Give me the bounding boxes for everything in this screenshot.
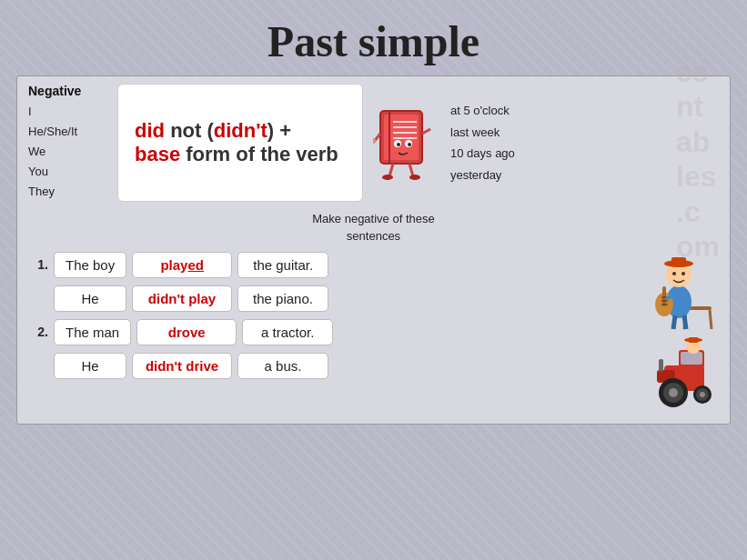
formula-box: did not (didn't) + base form of the verb — [117, 84, 363, 202]
book-character — [370, 84, 434, 202]
formula-did: did — [135, 119, 165, 142]
svg-point-26 — [681, 272, 685, 275]
s1-verb: played — [132, 252, 232, 278]
pronoun-you: You — [28, 162, 110, 182]
svg-point-25 — [672, 272, 676, 275]
time-expr-2: last week — [450, 122, 515, 143]
s1-neg-object: the piano. — [237, 285, 328, 312]
sentence-2-number: 2. — [28, 325, 48, 339]
svg-line-12 — [422, 129, 430, 134]
time-expr-1: at 5 o'clock — [450, 100, 515, 121]
pronoun-we: We — [28, 142, 110, 162]
pronoun-i: I — [28, 102, 110, 122]
formula-not-part: not ( — [170, 119, 214, 142]
s1-object: the guitar. — [237, 252, 328, 278]
svg-rect-39 — [659, 359, 663, 372]
svg-rect-24 — [671, 257, 686, 266]
svg-line-34 — [684, 315, 686, 329]
illustrations-col — [628, 252, 719, 415]
formula-rest: form of the verb — [186, 143, 338, 165]
sentence-1-number: 1. — [28, 257, 48, 272]
sentence-2-positive: 2. The man drove a tractor. — [28, 319, 619, 345]
s2-neg-verb: didn't drive — [132, 353, 232, 379]
guitar-player-svg — [639, 252, 719, 334]
negative-label: Negative — [28, 84, 110, 98]
sentence-2-negative: He didn't drive a bus. — [28, 353, 619, 379]
pronouns-col: Negative I He/She/It We You They — [28, 84, 110, 202]
exercise-section: Make negative of these sentences 1. The … — [28, 211, 719, 414]
svg-line-33 — [673, 315, 675, 329]
sentences-col: 1. The boy played the guitar. He didn't … — [28, 252, 619, 415]
exercise-instruction: Make negative of these sentences — [28, 211, 719, 244]
s2-subject: The man — [54, 319, 131, 345]
instruction-line2: sentences — [28, 228, 719, 245]
s1-subject: The boy — [54, 252, 126, 278]
time-expr-3: 10 days ago — [450, 143, 515, 164]
formula-didnt: didn't — [214, 119, 268, 142]
svg-point-16 — [409, 175, 420, 180]
svg-point-45 — [700, 392, 705, 397]
svg-point-9 — [397, 143, 400, 146]
formula-line2: base form of the verb — [135, 143, 346, 166]
page-title: Past simple — [0, 0, 747, 75]
s1-neg-subject: He — [54, 285, 126, 312]
s2-neg-subject: He — [54, 353, 126, 379]
svg-line-13 — [389, 164, 393, 176]
svg-line-20 — [710, 310, 712, 329]
pronouns-list: I He/She/It We You They — [28, 102, 110, 202]
svg-line-14 — [409, 164, 413, 176]
svg-rect-37 — [681, 352, 702, 365]
s1-neg-verb: didn't play — [132, 285, 232, 312]
svg-point-42 — [669, 388, 678, 397]
svg-point-10 — [408, 143, 411, 146]
tractor-svg — [639, 334, 719, 411]
formula-line1: did not (didn't) + — [135, 119, 346, 143]
s2-neg-object: a bus. — [237, 353, 328, 379]
svg-rect-48 — [689, 337, 698, 343]
formula-base: base — [135, 143, 180, 165]
pronoun-they: They — [28, 182, 110, 202]
instruction-line1: Make negative of these — [28, 211, 719, 227]
s2-object: a tractor. — [242, 319, 333, 345]
svg-rect-28 — [662, 286, 666, 306]
time-expr-4: yesterday — [450, 165, 515, 185]
svg-point-15 — [382, 175, 393, 180]
time-expressions: at 5 o'clock last week 10 days ago yeste… — [450, 84, 515, 202]
formula-close: ) + — [268, 119, 291, 142]
pronoun-he-she-it: He/She/It — [28, 122, 110, 142]
sentences-area: 1. The boy played the guitar. He didn't … — [28, 252, 719, 415]
s2-verb: drove — [136, 319, 237, 345]
main-content-box: Negative I He/She/It We You They did not… — [16, 75, 731, 425]
negative-section: Negative I He/She/It We You They did not… — [28, 84, 719, 202]
sentence-1-positive: 1. The boy played the guitar. — [28, 252, 619, 278]
sentence-1-negative: He didn't play the piano. — [28, 285, 619, 312]
book-svg — [373, 102, 432, 184]
